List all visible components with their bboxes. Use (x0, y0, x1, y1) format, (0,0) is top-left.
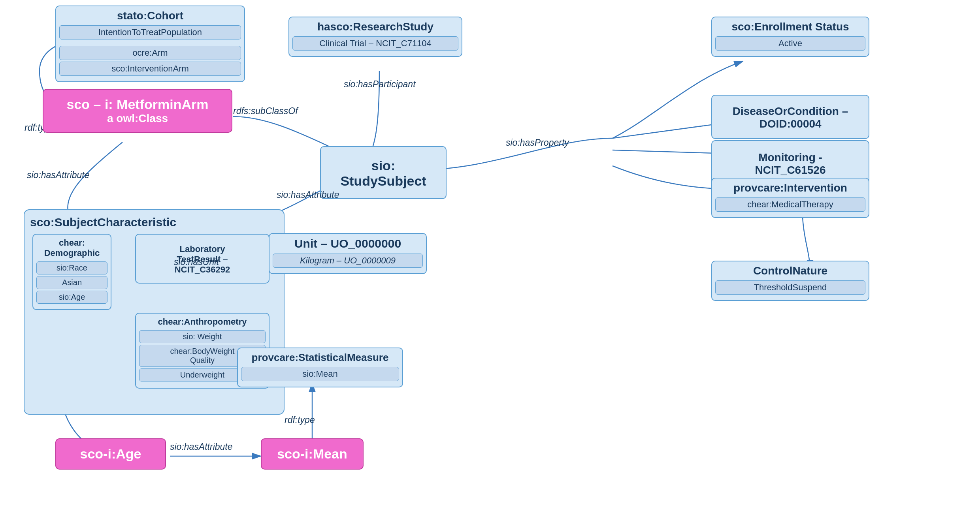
sio-has-unit-label: sio:hasUnit (174, 257, 219, 267)
enrollment-status-title: sco:Enrollment Status (712, 17, 869, 35)
sio-has-attribute-label-2: sio:hasAttribute (277, 190, 339, 200)
demographic-age: sio:Age (36, 291, 107, 304)
sco-age-title: sco-i:Age (64, 446, 157, 462)
statistical-measure-item: sio:Mean (241, 367, 399, 381)
unit-node: Unit – UO_0000000 Kilogram – UO_0000009 (269, 233, 427, 274)
study-subject-title: sio: StudySubject (325, 155, 442, 190)
demographic-asian: Asian (36, 276, 107, 289)
metformin-arm-node: sco – i: MetforminArm a owl:Class (43, 89, 232, 133)
statistical-measure-node: provcare:StatisticalMeasure sio:Mean (237, 348, 403, 387)
statistical-measure-title: provcare:StatisticalMeasure (238, 348, 402, 365)
intervention-node: provcare:Intervention chear:MedicalThera… (711, 178, 869, 218)
sco-mean-title: sco-i:Mean (270, 446, 355, 462)
stato-cohort-node: stato:Cohort IntentionToTreatPopulation … (55, 6, 245, 82)
disease-condition-title: DiseaseOrCondition – DOID:00004 (716, 102, 865, 132)
subject-char-title: sco:SubjectCharacteristic (24, 210, 284, 231)
intervention-title: provcare:Intervention (712, 179, 869, 196)
unit-item: Kilogram – UO_0000009 (273, 254, 423, 268)
metformin-arm-line1: sco – i: MetforminArm (51, 97, 224, 112)
stato-cohort-item2: ocre:Arm (59, 46, 241, 60)
rdf-type-label-2: rdf:type (285, 415, 315, 425)
enrollment-status-node: sco:Enrollment Status Active (711, 17, 869, 57)
sio-has-participant-label: sio:hasParticipant (344, 79, 416, 90)
sio-has-property-label: sio:hasProperty (506, 137, 569, 148)
metformin-arm-line2: a owl:Class (51, 112, 224, 125)
anthropometry-weight: sio: Weight (139, 330, 266, 343)
sco-age-node: sco-i:Age (55, 438, 166, 470)
intervention-item: chear:MedicalTherapy (715, 197, 865, 212)
sio-has-attribute-age-label: sio:hasAttribute (170, 442, 233, 452)
research-study-title: hasco:ResearchStudy (289, 17, 462, 35)
disease-condition-node: DiseaseOrCondition – DOID:00004 (711, 95, 869, 139)
demographic-node: chear: Demographic sio:Race Asian sio:Ag… (32, 234, 111, 310)
control-nature-item: ThresholdSuspend (715, 280, 865, 295)
demographic-title: chear: Demographic (33, 235, 111, 260)
anthropometry-title: chear:Anthropometry (136, 314, 269, 329)
control-nature-node: ControlNature ThresholdSuspend (711, 261, 869, 301)
enrollment-status-item: Active (715, 36, 865, 51)
rdfs-subclassof-label: rdfs:subClassOf (233, 106, 298, 117)
research-study-node: hasco:ResearchStudy Clinical Trial – NCI… (288, 17, 462, 57)
stato-cohort-item1: IntentionToTreatPopulation (59, 25, 241, 39)
stato-cohort-title: stato:Cohort (56, 6, 244, 24)
stato-cohort-item3: sco:InterventionArm (59, 62, 241, 76)
unit-title: Unit – UO_0000000 (270, 234, 426, 252)
demographic-race: sio:Race (36, 261, 107, 274)
monitoring-title: Monitoring - NCIT_C61526 (716, 148, 865, 178)
control-nature-title: ControlNature (712, 261, 869, 279)
sco-mean-node: sco-i:Mean (261, 438, 364, 470)
sio-has-attribute-label-1: sio:hasAttribute (27, 170, 90, 180)
research-study-item: Clinical Trial – NCIT_C71104 (292, 36, 458, 51)
diagram-container: stato:Cohort IntentionToTreatPopulation … (0, 0, 980, 513)
